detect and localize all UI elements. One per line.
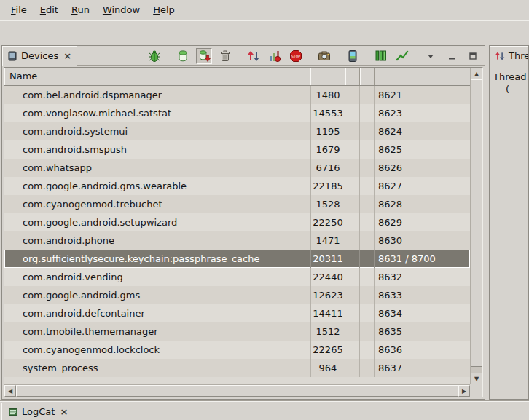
- update-threads-button[interactable]: [246, 48, 262, 64]
- update-heap-icon: [176, 49, 189, 63]
- table-row[interactable]: com.whatsapp67168626: [4, 159, 470, 177]
- menu-help[interactable]: Help: [146, 0, 181, 20]
- table-row[interactable]: com.android.phone14718630: [4, 231, 470, 250]
- update-heap-button[interactable]: [175, 48, 191, 64]
- process-table: Name com.bel.android.dspmanager14808621 …: [4, 67, 483, 397]
- pid-cell: 12623: [310, 286, 345, 304]
- main-toolbar: [0, 20, 529, 44]
- pid-cell: 964: [310, 359, 345, 377]
- table-row[interactable]: com.vonglasow.michael.satstat145538623: [4, 104, 470, 122]
- close-icon[interactable]: ×: [60, 407, 68, 416]
- capture-bars-button[interactable]: [373, 48, 389, 64]
- pid-column-header[interactable]: [310, 68, 345, 85]
- vertical-scrollbar[interactable]: ▲ ▼: [470, 68, 482, 384]
- camera-icon: [318, 49, 331, 63]
- process-name-cell: com.android.systemui: [4, 122, 310, 140]
- table-row[interactable]: com.google.android.gms126238633: [4, 286, 470, 304]
- tab-threads[interactable]: Threads: [490, 46, 529, 66]
- thread-cell: [360, 177, 375, 195]
- debug-process-button[interactable]: [146, 48, 162, 64]
- heap-cell: [345, 159, 360, 177]
- green-bars-icon: [375, 49, 388, 63]
- heap-cell: [345, 322, 360, 341]
- menu-edit[interactable]: Edit: [34, 0, 65, 20]
- port-cell: 8632: [375, 268, 470, 286]
- table-row[interactable]: com.tmobile.thememanager15128635: [4, 322, 470, 341]
- process-name-cell: com.cyanogenmod.lockclock: [4, 341, 310, 359]
- screen-capture-button[interactable]: [316, 48, 332, 64]
- process-table-main: Name com.bel.android.dspmanager14808621 …: [4, 68, 470, 384]
- heap-cell: [345, 231, 360, 250]
- table-row[interactable]: com.android.vending224408632: [4, 268, 470, 286]
- stop-process-button[interactable]: STOP: [288, 48, 304, 64]
- horizontal-scrollbar-thumb[interactable]: [16, 385, 458, 397]
- table-row[interactable]: com.google.android.setupwizard222508629: [4, 213, 470, 231]
- minimize-icon: [447, 52, 456, 60]
- port-cell: 8631 / 8700: [375, 250, 470, 268]
- dump-hprof-button[interactable]: [196, 48, 212, 64]
- menu-window[interactable]: Window: [96, 0, 146, 20]
- heap-cell: [345, 104, 360, 122]
- port-cell: 8623: [375, 104, 470, 122]
- table-row[interactable]: com.cyanogenmod.lockclock222658636: [4, 341, 470, 359]
- table-row[interactable]: com.bel.android.dspmanager14808621: [4, 86, 470, 104]
- process-name-cell: com.android.phone: [4, 231, 310, 250]
- scroll-up-button[interactable]: ▲: [471, 68, 482, 79]
- threads-tabs-row: Threads: [490, 46, 528, 66]
- scroll-down-button[interactable]: ▼: [471, 373, 482, 384]
- port-column-header[interactable]: [375, 68, 470, 85]
- port-cell: 8630: [375, 231, 470, 250]
- thread-column-header[interactable]: [360, 68, 375, 85]
- pid-cell: 22185: [310, 177, 345, 195]
- heap-cell: [345, 250, 360, 268]
- heap-cell: [345, 359, 360, 377]
- line-chart-icon: [396, 49, 409, 63]
- heap-cell: [345, 86, 360, 104]
- port-cell: 8621: [375, 86, 470, 104]
- scroll-left-button[interactable]: ◀: [4, 385, 16, 397]
- horizontal-scrollbar[interactable]: ◀ ▶: [4, 384, 470, 397]
- port-cell: 8626: [375, 159, 470, 177]
- heap-cell: [345, 304, 360, 322]
- threads-message-line1: Thread up: [493, 71, 528, 83]
- port-cell: 8628: [375, 195, 470, 213]
- stop-icon: STOP: [289, 49, 302, 63]
- heap-cell: [345, 213, 360, 231]
- view-menu-button[interactable]: [423, 48, 439, 64]
- maximize-button[interactable]: [465, 48, 481, 64]
- table-row[interactable]: system_process9648637: [4, 359, 470, 377]
- name-column-header[interactable]: Name: [4, 68, 310, 85]
- menubar: File Edit Run Window Help: [0, 0, 529, 20]
- vertical-scrollbar-thumb[interactable]: [471, 79, 482, 367]
- scroll-right-button[interactable]: ▶: [458, 385, 470, 397]
- tab-logcat[interactable]: LogCat ×: [1, 403, 74, 420]
- table-row-selected[interactable]: org.sufficientlysecure.keychain:passphra…: [4, 250, 470, 268]
- cause-gc-button[interactable]: [217, 48, 233, 64]
- tab-devices[interactable]: Devices ×: [2, 46, 77, 66]
- capture-line-button[interactable]: [394, 48, 410, 64]
- process-name-cell: com.android.vending: [4, 268, 310, 286]
- device-view-button[interactable]: [345, 48, 361, 64]
- process-name-cell: com.android.defcontainer: [4, 304, 310, 322]
- close-icon[interactable]: ×: [63, 51, 71, 60]
- start-method-profiling-button[interactable]: [267, 48, 283, 64]
- menu-file[interactable]: File: [4, 0, 34, 20]
- port-cell: 8624: [375, 122, 470, 140]
- chevron-down-icon: [426, 52, 435, 60]
- logcat-bar: LogCat ×: [0, 401, 529, 420]
- minimize-button[interactable]: [444, 48, 460, 64]
- table-row[interactable]: com.android.smspush16798625: [4, 140, 470, 159]
- table-row[interactable]: com.android.systemui11958624: [4, 122, 470, 140]
- pid-cell: 1480: [310, 86, 345, 104]
- heap-cell: [345, 122, 360, 140]
- debug-icon: [148, 49, 161, 63]
- logcat-icon: [8, 407, 18, 417]
- table-row[interactable]: com.cyanogenmod.trebuchet15288628: [4, 195, 470, 213]
- table-row[interactable]: com.google.android.gms.wearable221858627: [4, 177, 470, 195]
- maximize-icon: [469, 52, 477, 60]
- pid-cell: 14553: [310, 104, 345, 122]
- process-name-cell: com.android.smspush: [4, 140, 310, 159]
- heap-column-header[interactable]: [345, 68, 360, 85]
- table-row[interactable]: com.android.defcontainer144118634: [4, 304, 470, 322]
- menu-run[interactable]: Run: [65, 0, 96, 20]
